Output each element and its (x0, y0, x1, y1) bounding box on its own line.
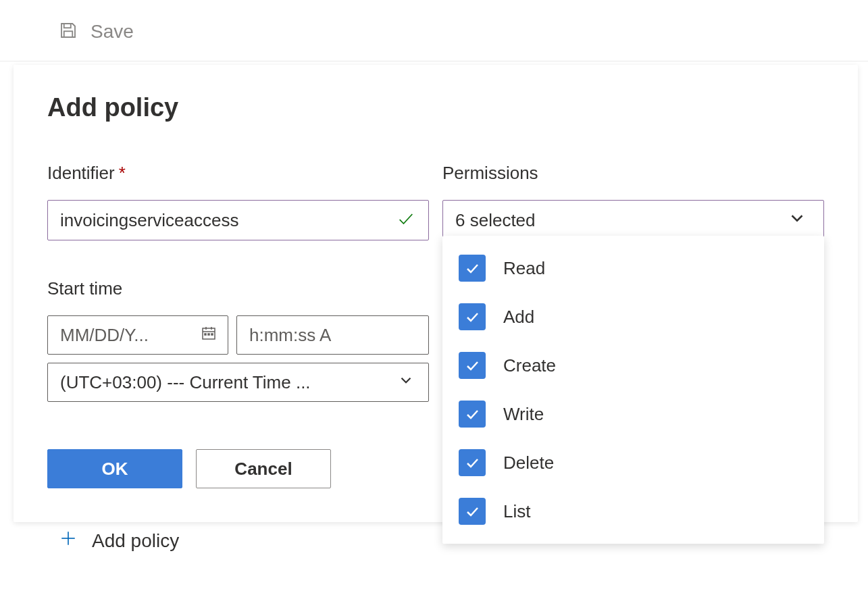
start-time-label: Start time (47, 278, 429, 299)
chevron-down-icon (397, 371, 415, 394)
permission-option-label: Delete (503, 453, 554, 473)
calendar-icon (201, 325, 217, 346)
identifier-input[interactable] (47, 200, 429, 240)
start-time-input[interactable]: h:mm:ss A (236, 315, 429, 355)
checkbox-checked-icon (459, 449, 486, 476)
valid-check-icon (397, 209, 415, 231)
ok-button[interactable]: OK (47, 449, 182, 488)
permission-option[interactable]: Read (442, 244, 824, 292)
add-policy-panel: Add policy Identifier* Start time MM/DD/… (14, 65, 858, 522)
save-icon (58, 20, 78, 43)
svg-rect-10 (211, 334, 213, 335)
cancel-button[interactable]: Cancel (196, 449, 331, 488)
panel-title: Add policy (47, 93, 824, 122)
chevron-down-icon (787, 208, 807, 233)
permission-option[interactable]: Delete (442, 438, 824, 487)
checkbox-checked-icon (459, 255, 486, 282)
toolbar: Save (0, 0, 868, 61)
plus-icon (59, 530, 77, 552)
required-indicator: * (119, 163, 126, 183)
svg-rect-1 (64, 31, 73, 37)
checkbox-checked-icon (459, 401, 486, 428)
permissions-label: Permissions (442, 163, 824, 184)
checkbox-checked-icon (459, 303, 486, 330)
start-date-input[interactable]: MM/DD/Y... (47, 315, 228, 355)
permission-option-label: Add (503, 307, 534, 328)
svg-rect-0 (64, 24, 71, 28)
permissions-dropdown: ReadAddCreateWriteDeleteList (442, 236, 824, 544)
save-button-label[interactable]: Save (91, 21, 134, 43)
permissions-select[interactable]: 6 selected (442, 200, 824, 240)
permission-option-label: Read (503, 258, 545, 279)
identifier-label: Identifier* (47, 163, 429, 184)
add-policy-row[interactable]: Add policy (59, 530, 179, 552)
permission-option-label: Write (503, 404, 544, 425)
svg-rect-8 (205, 334, 206, 335)
timezone-select[interactable]: (UTC+03:00) --- Current Time ... (47, 363, 429, 402)
permission-option[interactable]: Create (442, 341, 824, 390)
permission-option-label: Create (503, 355, 556, 376)
add-policy-label: Add policy (92, 530, 179, 552)
svg-rect-9 (208, 334, 209, 335)
checkbox-checked-icon (459, 498, 486, 525)
permission-option-label: List (503, 501, 530, 522)
checkbox-checked-icon (459, 352, 486, 379)
permission-option[interactable]: Add (442, 292, 824, 341)
permission-option[interactable]: List (442, 487, 824, 536)
permission-option[interactable]: Write (442, 390, 824, 438)
